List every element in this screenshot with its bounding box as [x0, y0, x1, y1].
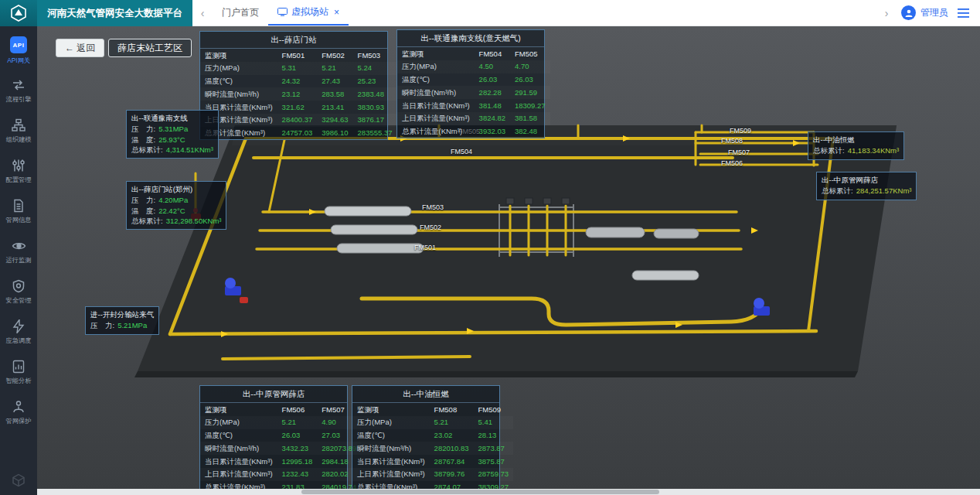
lightning-icon [12, 319, 25, 333]
sidebar-item-label: 组织建模 [5, 135, 31, 145]
scrollbar-thumb[interactable] [301, 490, 660, 494]
api-gateway-icon: API [10, 36, 27, 53]
sidebar-item-config[interactable]: 配置管理 [0, 152, 37, 192]
sidebar-item-label: 智能分析 [5, 377, 31, 386]
table-row: 当日累计流量(KNm³)12995.182984.18 [200, 455, 361, 468]
column-header: FM504 [475, 47, 510, 60]
callout-lines: 总标累计:41,183.34KNm³ [813, 145, 899, 155]
sidebar-item-protection[interactable]: 管网保护 [0, 393, 37, 433]
person-icon [904, 9, 914, 18]
callout-kaifeng-inlet: 进--开封分输站来气 压 力:5.21MPa [85, 306, 159, 335]
table-row: 当日累计流量(KNm³)321.62213.413830.93 [200, 101, 397, 114]
callout-line: 压 力:4.20MPa [131, 195, 221, 205]
sidebar-item-label: 管网信息 [5, 216, 31, 225]
sidebar-item-analysis[interactable]: 智能分析 [0, 353, 37, 393]
panel-title: 出--中油恒燃 [352, 386, 499, 403]
callout-line: 总标累计:284,251.57KNm³ [822, 186, 911, 196]
app-title: 河南天然气管网安全大数据平台 [37, 0, 192, 26]
table-row: 上日累计流量(KNm³)38799.7628759.73 [352, 468, 513, 481]
column-header: FM509 [474, 403, 514, 416]
area-button[interactable]: 薛店末站工艺区 [108, 39, 192, 57]
tab-strip: ‹ 门户首页 虚拟场站 × › 管理员 [192, 0, 980, 26]
equipment-tag: FM501 [414, 244, 436, 251]
callout-line: 温 度:25.93°C [131, 135, 213, 145]
app-logo [0, 0, 37, 26]
tabs-scroll-left-icon[interactable]: ‹ [192, 0, 213, 26]
data-panel-zhongyuan-network: 出--中原管网薛店 监测项FM506FM507压力(MPa)5.214.90温度… [199, 385, 348, 494]
sidebar-item-safety[interactable]: 安全管理 [0, 272, 37, 312]
callout-zhongyuan-xuedian: 出--中原管网薛店 总标累计:284,251.57KNm³ [816, 172, 917, 200]
panel-title: 出--薛店门站 [200, 32, 387, 49]
table-row: 压力(MPa)5.214.90 [200, 416, 361, 429]
sidebar-item-label: 运行监测 [5, 256, 31, 265]
callout-line: 总标累计:4,314.51KNm³ [131, 145, 213, 155]
table-row: 瞬时流量(Nm³/h)3432.23282073.89 [200, 442, 361, 455]
top-bar: 河南天然气管网安全大数据平台 ‹ 门户首页 虚拟场站 × › 管理员 [0, 0, 980, 26]
tab-strip-spacer [349, 0, 876, 26]
column-header: 监测项 [200, 403, 277, 416]
sidebar-item-label: API网关 [7, 56, 30, 66]
callout-zhongyou-hengran: 出--中油恒燃 总标累计:41,183.34KNm³ [808, 131, 904, 160]
tab-virtual-station[interactable]: 虚拟场站 × [268, 0, 349, 26]
column-header: FM501 [277, 49, 318, 62]
sidebar-item-label: 流程引擎 [5, 95, 31, 104]
table-row: 温度(℃)26.0327.03 [200, 429, 361, 442]
back-button[interactable]: ← 返回 [56, 39, 104, 57]
callout-title: 出--中原管网薛店 [822, 175, 911, 185]
table-row: 瞬时流量(Nm³/h)282.28291.59 [397, 86, 550, 99]
callout-title: 进--开封分输站来气 [90, 309, 154, 319]
sidebar-item-flow-engine[interactable]: 流程引擎 [0, 71, 37, 111]
tab-label: 虚拟场站 [291, 5, 328, 19]
table-row: 温度(℃)24.3227.4325.23 [200, 75, 397, 88]
chart-doc-icon [12, 360, 26, 374]
tab-label: 门户首页 [222, 6, 259, 19]
callout-lines: 压 力:5.31MPa温 度:25.93°C总标累计:4,314.51KNm³ [131, 124, 213, 155]
table-row: 瞬时流量(Nm³/h)23.12283.582383.48 [200, 87, 397, 101]
table-row: 上日累计流量(KNm³)1232.432820.02 [200, 468, 361, 481]
sidebar-item-emergency[interactable]: 应急调度 [0, 312, 37, 353]
table-row: 当日累计流量(KNm³)28767.843875.87 [352, 455, 513, 468]
monitor-icon [277, 8, 288, 16]
sidebar-item-label: 配置管理 [5, 176, 31, 185]
callout-line: 温 度:22.42°C [131, 206, 221, 216]
horizontal-scrollbar[interactable] [37, 489, 980, 495]
sidebar-item-org-model[interactable]: 组织建模 [0, 111, 37, 152]
column-header: FM503 [353, 49, 397, 62]
callout-lines: 总标累计:284,251.57KNm³ [822, 186, 911, 196]
sidebar-item-run-monitor[interactable]: 运行监测 [0, 232, 37, 272]
data-panel-yunan-branch: 出--联通豫南支线(意天燃气) 监测项FM504FM505压力(MPa)4.50… [396, 29, 545, 138]
table-row: 上日累计流量(KNm³)28400.373294.633876.17 [200, 114, 397, 127]
eye-icon [12, 239, 26, 253]
equipment-tag: FM504 [451, 148, 472, 155]
callout-line: 压 力:5.31MPa [131, 124, 213, 134]
sidebar-item-label: 应急调度 [5, 336, 31, 346]
sidebar-item-label: 安全管理 [5, 296, 31, 306]
callout-line: 压 力:5.21MPa [90, 320, 154, 330]
document-icon [12, 199, 26, 213]
sidebar-item-network-info[interactable]: 管网信息 [0, 192, 37, 232]
sidebar-item-api-gateway[interactable]: API API网关 [0, 31, 37, 71]
sliders-icon [12, 159, 26, 172]
callout-lines: 压 力:5.21MPa [90, 320, 154, 330]
callout-xuedian-zhengzhou: 出--薛店门站(郑州) 压 力:4.20MPa温 度:22.42°C总标累计:3… [126, 181, 226, 230]
tabs-scroll-right-icon[interactable]: › [876, 0, 897, 26]
equipment-tag: FM507 [728, 148, 750, 156]
logo-icon [10, 5, 27, 22]
shield-gear-icon [12, 279, 26, 293]
sidebar-bottom-module-icon[interactable] [0, 473, 37, 487]
equipment-tag: FM503 [422, 203, 444, 211]
panel-table: 监测项FM504FM505压力(MPa)4.504.70温度(℃)26.0326… [397, 47, 550, 138]
hamburger-menu-icon[interactable] [953, 0, 980, 26]
table-row: 压力(MPa)5.315.215.24 [200, 62, 397, 75]
close-icon[interactable]: × [334, 7, 339, 18]
data-panel-zhongyou-hengran: 出--中油恒燃 监测项FM508FM509压力(MPa)5.215.41温度(℃… [352, 385, 500, 494]
user-name: 管理员 [920, 6, 948, 19]
panel-table: 监测项FM506FM507压力(MPa)5.214.90温度(℃)26.0327… [200, 403, 361, 493]
panel-table: 监测项FM501FM502FM503压力(MPa)5.315.215.24温度(… [200, 49, 397, 139]
scene-3d-viewport[interactable]: ← 返回 薛店末站工艺区 FM505 FM504 FM503 FM502 FM5… [37, 26, 980, 495]
callout-line: 总标累计:312,298.50KNm³ [131, 216, 221, 226]
equipment-tag: FM502 [420, 224, 441, 231]
column-header: FM508 [430, 403, 474, 416]
user-menu[interactable]: 管理员 [897, 0, 953, 26]
tab-portal-home[interactable]: 门户首页 [213, 0, 268, 26]
